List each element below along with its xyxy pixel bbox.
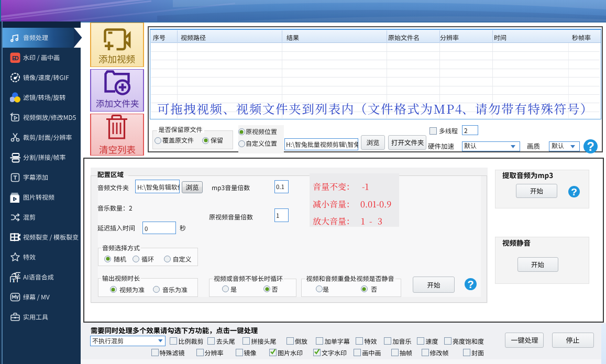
svg-text:?: ? [467,279,473,290]
svg-text:?: ? [571,186,577,197]
svg-text:T: T [12,277,16,282]
svg-text:?: ? [587,140,594,153]
svg-text:ED: ED [12,55,19,61]
